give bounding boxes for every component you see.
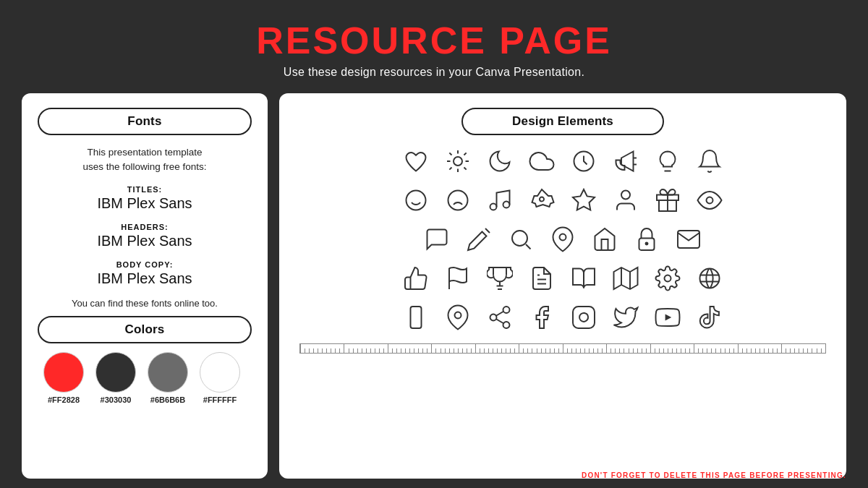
book-icon [566,261,601,296]
bell-icon [692,144,727,179]
flag-icon [441,261,475,296]
svg-point-47 [490,314,497,321]
icons-grid [299,144,826,335]
color-hex-white: #FFFFFF [203,395,237,404]
svg-line-6 [464,168,466,170]
trophy-icon [482,261,517,296]
svg-point-0 [454,157,462,166]
svg-point-31 [646,243,648,245]
svg-line-7 [449,168,451,170]
color-swatch-dark [95,352,136,393]
ruler-ticks [300,344,825,353]
font-entry-headers: HEADERS: IBM Plex Sans [38,223,252,250]
pencil-icon [461,222,496,257]
svg-line-5 [449,153,451,155]
svg-line-28 [526,244,531,249]
color-item-red: #FF2828 [43,352,84,404]
svg-point-22 [621,191,630,200]
cloud-icon [524,144,559,179]
lock-icon [629,222,664,257]
youtube-icon [650,300,685,335]
design-elements-title: Design Elements [461,108,664,135]
find-fonts-text: You can find these fonts online too. [38,298,252,309]
gear-icon [650,261,685,296]
pin-icon [545,222,580,257]
smile-icon [399,183,433,218]
svg-marker-36 [614,267,638,289]
fonts-title: Fonts [38,108,252,135]
svg-point-27 [512,231,527,246]
search-icon [503,222,538,257]
svg-line-8 [464,153,466,155]
icons-row-2 [299,183,826,218]
star-icon [566,183,601,218]
footer-note: DON'T FORGET TO DELETE THIS PAGE BEFORE … [582,471,846,479]
svg-marker-53 [665,314,672,321]
document-icon [524,261,559,296]
heart-icon [399,144,433,179]
svg-point-20 [540,197,544,202]
color-swatch-gray [148,352,188,393]
facebook-icon [524,300,559,335]
share-icon [482,300,517,335]
rocket-icon [524,183,559,218]
sun-icon [441,144,475,179]
moon-icon [482,144,517,179]
page-subtitle: Use these design resources in your Canva… [0,66,868,79]
icons-row-4 [299,261,826,296]
color-hex-dark: #303030 [101,395,132,404]
clock-icon [566,144,601,179]
svg-point-39 [665,275,671,282]
gift-icon [650,183,685,218]
globe-icon [692,261,727,296]
page-header: RESOURCE PAGE Use these design resources… [0,0,868,85]
svg-point-25 [707,197,713,204]
colors-section: Colors #FF2828 #303030 #6B6B6B #FFFFFF [38,316,252,404]
color-swatches: #FF2828 #303030 #6B6B6B #FFFFFF [38,352,252,404]
colors-title: Colors [38,316,252,343]
svg-point-15 [448,191,468,210]
font-entry-body: BODY COPY: IBM Plex Sans [38,260,252,288]
svg-rect-43 [411,307,422,328]
twitter-icon [608,300,643,335]
svg-point-18 [490,204,497,210]
svg-line-26 [485,228,490,233]
color-swatch-red [43,352,84,393]
svg-point-48 [503,322,510,328]
eye-icon [692,183,727,218]
color-hex-gray: #6B6B6B [150,395,185,404]
location-icon [441,300,475,335]
home-icon [587,222,622,257]
person-icon [608,183,643,218]
color-swatch-white [200,352,240,393]
chat-icon [420,222,454,257]
svg-point-45 [455,312,461,319]
svg-line-50 [496,312,503,316]
svg-point-12 [407,191,426,210]
icons-row-1 [299,144,826,179]
main-content: Fonts This presentation templateuses the… [0,85,868,486]
instagram-icon [566,300,601,335]
svg-line-49 [496,319,503,323]
svg-point-40 [700,269,720,288]
map-icon [608,261,643,296]
right-panel: Design Elements [279,93,846,479]
megaphone-icon [608,144,643,179]
color-item-gray: #6B6B6B [148,352,188,404]
music-icon [482,183,517,218]
mail-icon [671,222,706,257]
icons-row-3 [299,222,826,257]
lightbulb-icon [650,144,685,179]
thumbsup-icon [399,261,433,296]
frown-icon [441,183,475,218]
color-item-dark: #303030 [95,352,136,404]
tiktok-icon [692,300,727,335]
ruler [299,341,826,354]
fonts-description: This presentation templateuses the follo… [38,145,252,175]
color-hex-red: #FF2828 [48,395,80,404]
svg-point-19 [503,202,510,208]
font-entry-titles: TITLES: IBM Plex Sans [38,185,252,213]
left-panel: Fonts This presentation templateuses the… [22,93,268,479]
svg-point-29 [560,234,566,241]
page-title: RESOURCE PAGE [0,20,868,61]
